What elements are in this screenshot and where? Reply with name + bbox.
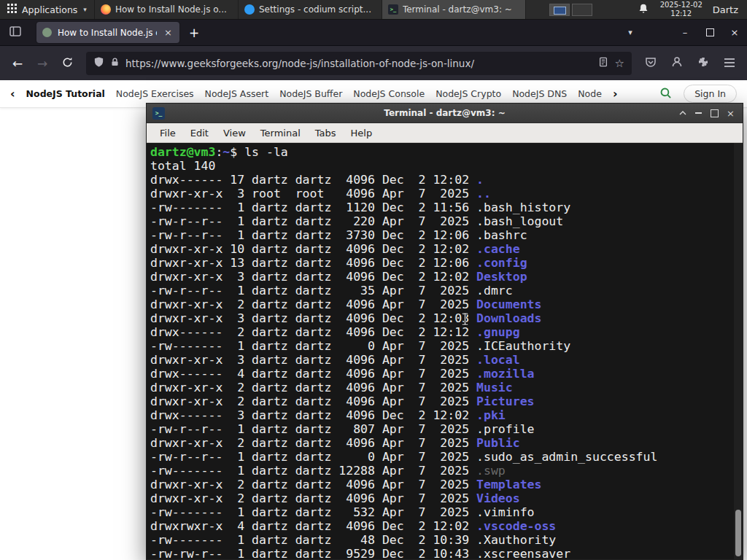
browser-toolbar: ← → https://www.geeksforgeeks.org/node-j…	[0, 45, 747, 80]
file-name: .mozilla	[476, 367, 534, 381]
taskbar-item-codium[interactable]: Settings - codium script...	[239, 0, 382, 19]
menu-button[interactable]	[718, 52, 741, 75]
file-meta: drwx------ 2 dartz dartz 4096 Dec 2 12:1…	[150, 325, 476, 339]
file-name: Documents	[476, 298, 541, 311]
browser-tab-active[interactable]: How to Install Node.js on ×	[36, 22, 179, 43]
minimize-button[interactable]	[692, 106, 705, 120]
tab-close-button[interactable]: ×	[163, 27, 174, 38]
file-meta: -rw------- 1 dartz dartz 1120 Dec 2 11:5…	[150, 201, 476, 214]
reader-mode-icon[interactable]	[598, 56, 608, 70]
menu-edit[interactable]: Edit	[183, 125, 216, 141]
maximize-button[interactable]	[708, 106, 721, 120]
terminal-scrollbar[interactable]	[734, 143, 743, 559]
applications-menu-button[interactable]: Applications ▾	[0, 0, 94, 19]
account-button[interactable]	[665, 52, 689, 75]
minimize-icon	[695, 112, 702, 114]
terminal-titlebar[interactable]: >_ Terminal - dartz@vm3: ~ ×	[147, 104, 743, 123]
terminal-line: drwxr-xr-x 2 dartz dartz 4096 Apr 7 2025…	[150, 381, 743, 394]
new-tab-button[interactable]: +	[184, 23, 204, 43]
terminal-line: drwxrwxr-x 4 dartz dartz 4096 Dec 2 12:0…	[150, 519, 743, 533]
pocket-button[interactable]	[639, 52, 662, 75]
chevron-down-icon: ▾	[83, 6, 87, 13]
file-meta: drwx------ 17 dartz dartz 4096 Dec 2 12:…	[150, 173, 476, 187]
nav-item[interactable]: NodeJS Assert	[205, 88, 269, 99]
prompt-colon: :	[215, 145, 222, 159]
file-meta: drwxr-xr-x 2 dartz dartz 4096 Apr 7 2025	[150, 381, 476, 394]
url-text: https://www.geeksforgeeks.org/node-js/in…	[125, 58, 592, 69]
back-button[interactable]: ←	[6, 52, 29, 75]
scrollbar-thumb[interactable]	[735, 510, 741, 556]
file-name: Templates	[476, 478, 541, 491]
nav-item[interactable]: NodeJS Exercises	[116, 88, 194, 99]
terminal-total-line: total 140	[150, 159, 743, 173]
nav-item[interactable]: Node	[578, 88, 602, 99]
notification-bell-button[interactable]	[632, 0, 654, 19]
url-bar[interactable]: https://www.geeksforgeeks.org/node-js/in…	[86, 52, 632, 75]
reload-button[interactable]	[55, 52, 79, 75]
file-meta: drwx------ 3 dartz dartz 4096 Dec 2 12:0…	[150, 408, 476, 422]
list-all-tabs-button[interactable]: ▾	[620, 23, 640, 43]
window-close-button[interactable]: ×	[722, 20, 747, 45]
panel-clock[interactable]: 2025-12-02 12:12	[654, 0, 708, 19]
nav-scroll-left-icon[interactable]: ‹	[10, 88, 15, 100]
forward-button[interactable]: →	[31, 52, 54, 75]
file-name: Downloads	[476, 311, 541, 325]
workspace-switcher	[549, 4, 592, 16]
puzzle-icon	[697, 56, 709, 71]
close-button[interactable]: ×	[724, 106, 738, 120]
terminal-line: drwxr-xr-x 2 dartz dartz 4096 Apr 7 2025…	[150, 478, 743, 491]
panel-user-menu[interactable]: Dartz	[708, 0, 747, 19]
shade-button[interactable]	[676, 106, 689, 120]
file-meta: -rw-r--r-- 1 dartz dartz 0 Apr 7 2025	[150, 450, 476, 464]
nav-item-nodejs-tutorial[interactable]: NodeJS Tutorial	[26, 88, 105, 99]
file-name: .local	[476, 353, 520, 367]
taskbar-item-terminal[interactable]: >_ Terminal - dartz@vm3: ~	[382, 0, 526, 19]
workspace-1[interactable]	[549, 4, 570, 16]
file-name: .Xauthority	[476, 533, 556, 547]
nav-item[interactable]: NodeJS DNS	[512, 88, 567, 99]
taskbar-item-browser[interactable]: How to Install Node.js o...	[95, 0, 239, 19]
extensions-button[interactable]	[692, 52, 715, 75]
menu-view[interactable]: View	[216, 125, 253, 141]
nav-item[interactable]: NodeJS Console	[353, 88, 425, 99]
terminal-line: -rw------- 1 dartz dartz 1120 Dec 2 11:5…	[150, 201, 743, 214]
file-meta: drwxr-xr-x 2 dartz dartz 4096 Apr 7 2025	[150, 478, 476, 491]
file-name: .vscode-oss	[476, 519, 556, 533]
search-icon[interactable]	[659, 87, 672, 101]
terminal-line: drwx------ 3 dartz dartz 4096 Dec 2 12:0…	[150, 408, 743, 422]
shield-icon	[93, 56, 104, 71]
workspace-2[interactable]	[572, 4, 592, 16]
terminal-line: drwx------ 2 dartz dartz 4096 Dec 2 12:1…	[150, 325, 743, 339]
window-minimize-button[interactable]: –	[673, 20, 697, 45]
menu-file[interactable]: File	[152, 125, 183, 141]
bookmark-star-icon[interactable]: ☆	[615, 57, 624, 70]
file-name: .pki	[476, 408, 506, 422]
clock-time: 12:12	[670, 9, 692, 18]
firefox-view-button[interactable]	[4, 23, 26, 43]
desktop: Applications ▾ How to Install Node.js o.…	[0, 0, 747, 560]
window-restore-button[interactable]	[697, 20, 722, 45]
terminal-viewport[interactable]: dartz@vm3:~$ ls -latotal 140drwx------ 1…	[147, 143, 743, 559]
maximize-icon	[711, 109, 719, 117]
panel-user-label: Dartz	[713, 4, 738, 15]
nav-item[interactable]: NodeJS Crypto	[436, 88, 501, 99]
terminal-command: ls -la	[244, 145, 288, 159]
terminal-icon: >_	[388, 4, 398, 15]
menu-terminal[interactable]: Terminal	[253, 125, 308, 141]
top-panel: Applications ▾ How to Install Node.js o.…	[0, 0, 747, 20]
nav-scroll-right-icon[interactable]: ›	[613, 88, 618, 100]
terminal-line: -rw-r--r-- 1 dartz dartz 3730 Dec 2 12:0…	[150, 228, 743, 242]
nav-item[interactable]: NodeJS Buffer	[279, 88, 342, 99]
file-name: .config	[476, 256, 527, 270]
sign-in-button[interactable]: Sign In	[684, 85, 737, 103]
file-meta: -rw------- 1 dartz dartz 48 Dec 2 10:39	[150, 533, 476, 547]
menu-help[interactable]: Help	[344, 125, 380, 141]
terminal-line: -rw------- 1 dartz dartz 0 Apr 7 2025 .I…	[150, 339, 743, 353]
file-meta: -rw------- 1 dartz dartz 12288 Apr 7 202…	[150, 464, 476, 478]
file-name: .	[476, 173, 484, 187]
codium-icon	[244, 4, 255, 15]
terminal-line: drwxr-xr-x 3 dartz dartz 4096 Dec 2 12:0…	[150, 270, 743, 284]
menu-tabs[interactable]: Tabs	[308, 125, 344, 141]
terminal-line: drwxr-xr-x 2 dartz dartz 4096 Apr 7 2025…	[150, 298, 743, 311]
file-meta: drwxr-xr-x 3 dartz dartz 4096 Dec 2 12:0…	[150, 270, 476, 284]
